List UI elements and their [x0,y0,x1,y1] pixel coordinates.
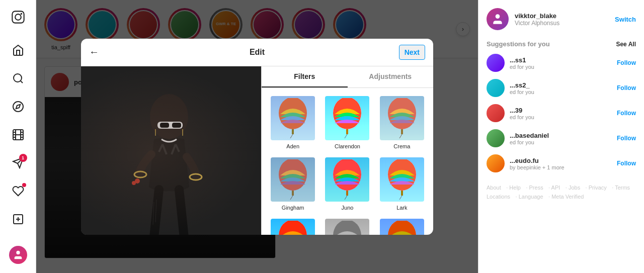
filter-aden[interactable]: Aden [266,92,320,153]
modal-tabs: Filters Adjustments [262,66,433,88]
svg-line-33 [155,200,156,222]
follow-button[interactable]: Follow [617,84,636,92]
see-all-button[interactable]: See All [616,41,636,48]
filter-ludwig[interactable]: Ludwig [320,215,374,235]
footer-locations[interactable]: Locations [487,194,510,200]
suggestion-reason: ed for you [510,64,612,70]
svg-rect-48 [346,191,348,196]
filter-crema-label: Crema [393,143,410,149]
tab-adjustments[interactable]: Adjustments [348,66,434,87]
filter-clarendon-thumb [325,96,369,140]
suggestion-info: ...ss1 ed for you [510,56,612,70]
modal-back-button[interactable]: ← [89,46,99,58]
messages-nav[interactable]: 1 [6,151,30,175]
svg-rect-25 [160,123,169,128]
filter-lark-thumb [380,157,424,202]
filter-juno[interactable]: Juno [320,153,374,215]
svg-point-28 [190,174,202,180]
suggestion-info: ...39 ed for you [510,107,612,120]
modal-overlay[interactable]: ← Edit Next [36,0,478,273]
suggestion-avatar [487,154,505,172]
suggestion-item: ...39 ed for you Follow [487,104,636,122]
modal-title: Edit [250,48,265,57]
user-avatar [9,246,27,264]
suggestion-avatar [487,129,505,147]
follow-button[interactable]: Follow [617,160,636,167]
main-content: tia_spiff symplyp user3 [36,0,478,273]
svg-point-27 [134,171,146,177]
svg-point-30 [132,181,136,185]
svg-marker-6 [16,105,20,109]
footer-press[interactable]: · Press [526,185,543,191]
explore-nav[interactable] [6,95,30,119]
footer-jobs[interactable]: · Jobs [566,185,580,191]
filter-maven-thumb [380,219,424,235]
filter-juno-label: Juno [342,205,354,211]
instagram-logo[interactable] [11,10,25,26]
suggestion-username: ...39 [510,107,612,114]
messages-badge: 1 [19,154,27,162]
svg-rect-24 [157,122,183,129]
suggestion-item: ...basedaniel ed for you Follow [487,129,636,147]
filter-lofi-thumb [271,219,315,235]
notifications-badge [22,183,26,187]
profile-section: vikktor_blake Victor Alphonsus Switch [487,8,636,30]
filter-gingham[interactable]: Gingham [266,153,320,215]
search-nav[interactable] [6,66,30,90]
filter-crema-thumb [380,96,424,140]
suggestion-reason: by beepinkie + 1 more [510,164,612,170]
svg-line-37 [290,134,293,138]
suggestion-avatar [487,79,505,97]
svg-point-3 [14,74,22,82]
footer-privacy[interactable]: · Privacy [586,185,607,191]
profile-info: vikktor_blake Victor Alphonsus [515,12,609,27]
create-nav[interactable] [6,207,30,231]
follow-button[interactable]: Follow [617,135,636,142]
footer-links: About · Help · Press · API · Jobs · Priv… [487,183,636,201]
filters-grid: Aden [262,88,433,235]
suggestion-item: ...ss1 ed for you Follow [487,54,636,72]
footer-help[interactable]: · Help [506,185,521,191]
right-panel: vikktor_blake Victor Alphonsus Switch Su… [478,0,644,273]
svg-rect-21 [81,66,261,235]
filter-juno-thumb [325,157,369,202]
profile-nav[interactable] [6,243,30,267]
footer-terms[interactable]: · Terms [612,185,630,191]
filter-lark-label: Lark [396,205,407,211]
suggestion-avatar [487,104,505,122]
footer-about[interactable]: About [487,185,501,191]
notifications-nav[interactable] [6,179,30,203]
modal-image-panel [81,66,261,235]
footer-meta-verified[interactable]: · Meta Verified [548,194,584,200]
follow-button[interactable]: Follow [617,59,636,66]
svg-rect-22 [81,66,261,235]
svg-rect-42 [401,129,403,134]
svg-rect-39 [346,129,348,134]
tab-filters[interactable]: Filters [262,66,348,87]
suggestion-reason: ed for you [510,89,612,95]
svg-line-34 [153,202,154,225]
filter-clarendon[interactable]: Clarendon [320,92,374,153]
filter-lark[interactable]: Lark [375,153,429,215]
suggestion-item: ...ss2_ ed for you Follow [487,79,636,97]
filter-lofi[interactable]: Lo-Fi [266,215,320,235]
suggestion-info: ...eudo.fu by beepinkie + 1 more [510,157,612,170]
reels-nav[interactable] [6,123,30,147]
filter-ludwig-thumb [325,219,369,235]
suggestion-info: ...ss2_ ed for you [510,81,612,95]
svg-line-43 [399,134,402,138]
suggestion-reason: ed for you [510,114,612,120]
suggestion-username: ...ss1 [510,56,612,64]
home-nav[interactable] [6,38,30,62]
footer-language[interactable]: · Language [516,194,543,200]
footer-api[interactable]: · API [548,185,560,191]
svg-line-46 [290,196,293,200]
filter-gingham-thumb [271,157,315,202]
follow-button[interactable]: Follow [617,110,636,117]
filter-maven[interactable]: Maven [375,215,429,235]
filter-crema[interactable]: Crema [375,92,429,153]
modal-next-button[interactable]: Next [399,45,425,60]
sidebar: 1 [0,0,36,273]
suggestion-reason: ed for you [510,139,612,145]
suggestion-username: ...eudo.fu [510,157,612,164]
